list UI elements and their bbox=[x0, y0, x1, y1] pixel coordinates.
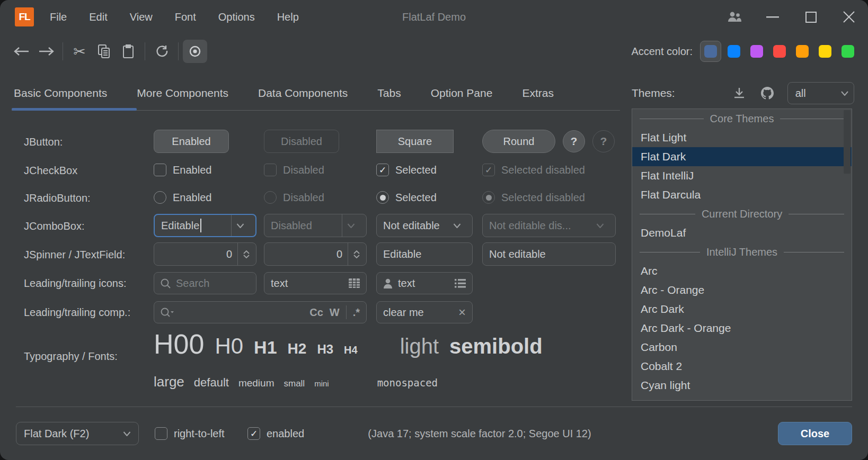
menu-options[interactable]: Options bbox=[211, 8, 262, 26]
theme-item-demolaf[interactable]: DemoLaf bbox=[632, 223, 852, 242]
tab-tabs[interactable]: Tabs bbox=[375, 87, 403, 100]
accent-swatch-yellow[interactable] bbox=[819, 45, 831, 58]
accent-swatch-orange[interactable] bbox=[796, 45, 809, 58]
help-button[interactable]: ? bbox=[563, 130, 585, 152]
show-hover-icon[interactable] bbox=[183, 40, 207, 63]
checkbox-selected-label: Selected bbox=[395, 164, 437, 176]
tab-data-components[interactable]: Data Components bbox=[256, 87, 350, 100]
search-field[interactable]: Search bbox=[154, 272, 256, 294]
text-field-table[interactable]: text bbox=[264, 272, 367, 294]
menu-view[interactable]: View bbox=[122, 8, 160, 26]
menu-file[interactable]: File bbox=[42, 8, 74, 26]
laf-combobox[interactable]: Flat Dark (F2) bbox=[16, 422, 139, 445]
theme-item-dark-flat[interactable]: Dark Flat bbox=[632, 395, 852, 401]
textfield-editable-value[interactable]: Editable bbox=[383, 248, 421, 260]
table-icon[interactable] bbox=[349, 278, 360, 288]
paste-icon[interactable] bbox=[116, 40, 140, 63]
github-icon[interactable] bbox=[760, 86, 775, 101]
field-separator bbox=[346, 305, 347, 319]
back-icon[interactable] bbox=[10, 40, 34, 63]
theme-item-flat-light[interactable]: Flat Light bbox=[632, 128, 852, 147]
h00-sample: H00 bbox=[154, 328, 204, 360]
theme-item-arc-orange[interactable]: Arc - Orange bbox=[632, 281, 852, 300]
combobox-not-editable-disabled: Not editable dis... bbox=[482, 214, 616, 237]
checkbox-enabled[interactable] bbox=[154, 164, 166, 176]
spinner-1-value[interactable]: 0 bbox=[226, 248, 232, 260]
list-icon[interactable] bbox=[455, 279, 466, 288]
spinner-2[interactable]: 0 bbox=[264, 242, 367, 266]
regex-icon[interactable]: .* bbox=[353, 306, 360, 319]
combobox-editable[interactable]: Editable bbox=[154, 214, 256, 237]
theme-item-cyan-light[interactable]: Cyan light bbox=[632, 376, 852, 395]
menu-edit[interactable]: Edit bbox=[82, 8, 114, 26]
download-icon[interactable] bbox=[733, 87, 745, 99]
cut-icon[interactable]: ✂ bbox=[67, 40, 92, 63]
rtl-checkbox-group[interactable]: right-to-left bbox=[155, 427, 225, 440]
combobox-not-editable[interactable]: Not editable bbox=[376, 214, 473, 237]
accent-swatch[interactable] bbox=[704, 45, 717, 58]
menu-help[interactable]: Help bbox=[270, 8, 306, 26]
spinner-arrows-icon[interactable] bbox=[237, 243, 250, 265]
accent-swatch-purple[interactable] bbox=[750, 45, 763, 58]
tab-more-components[interactable]: More Components bbox=[135, 87, 231, 100]
square-button[interactable]: Square bbox=[376, 130, 454, 153]
titlebar: FL File Edit View Font Options Help Flat… bbox=[0, 0, 868, 34]
refresh-icon[interactable] bbox=[149, 40, 174, 63]
close-button[interactable]: Close bbox=[778, 422, 852, 445]
round-button[interactable]: Round bbox=[482, 130, 555, 153]
leading-trailing-icons-row: Leading/trailing icons: Search text text bbox=[0, 272, 624, 294]
clearable-field[interactable]: clear me × bbox=[376, 301, 473, 323]
tab-extras[interactable]: Extras bbox=[520, 87, 556, 100]
accent-swatch-green[interactable] bbox=[842, 45, 854, 58]
enabled-button[interactable]: Enabled bbox=[154, 130, 229, 153]
whole-word-icon[interactable]: W bbox=[330, 306, 340, 319]
rtl-checkbox[interactable] bbox=[155, 427, 167, 440]
minimize-button[interactable] bbox=[754, 0, 792, 34]
text-field-user[interactable]: text bbox=[376, 272, 473, 294]
textfield-editable[interactable]: Editable bbox=[376, 242, 473, 266]
accent-swatch-blue[interactable] bbox=[728, 45, 740, 58]
combobox-editable-value[interactable]: Editable bbox=[161, 220, 199, 232]
leading-trailing-comp-row: Leading/trailing comp.: Cc W .* clear me… bbox=[0, 301, 624, 323]
theme-item-arc-dark-orange[interactable]: Arc Dark - Orange bbox=[632, 319, 852, 338]
themes-scrollbar-thumb[interactable] bbox=[844, 110, 851, 174]
jspinner-row: JSpinner / JTextField: 0 0 Editable Not … bbox=[0, 242, 624, 267]
search-dropdown-icon[interactable] bbox=[161, 308, 174, 318]
menu-font[interactable]: Font bbox=[167, 8, 203, 26]
theme-item-cobalt-2[interactable]: Cobalt 2 bbox=[632, 357, 852, 376]
spinner-1[interactable]: 0 bbox=[154, 242, 256, 266]
accent-swatch-default-selected[interactable] bbox=[700, 41, 721, 62]
spinner-2-value[interactable]: 0 bbox=[336, 248, 342, 260]
close-window-button[interactable] bbox=[830, 0, 868, 34]
tab-option-pane[interactable]: Option Pane bbox=[429, 87, 495, 100]
enabled-checkbox-group[interactable]: ✓ enabled bbox=[247, 427, 304, 440]
accent-swatch-red[interactable] bbox=[773, 45, 786, 58]
radio-enabled[interactable] bbox=[154, 191, 166, 204]
flatlaf-demo-window: FL File Edit View Font Options Help Flat… bbox=[0, 0, 868, 460]
theme-item-flat-dark[interactable]: Flat Dark bbox=[632, 147, 852, 166]
enabled-checkbox[interactable]: ✓ bbox=[247, 427, 260, 440]
search-with-options-field[interactable]: Cc W .* bbox=[154, 301, 367, 323]
forward-icon[interactable] bbox=[34, 40, 58, 63]
jbutton-row: JButton: Enabled Disabled Square Round ?… bbox=[0, 130, 624, 154]
theme-item-arc-dark[interactable]: Arc Dark bbox=[632, 300, 852, 319]
theme-item-flat-intellij[interactable]: Flat IntelliJ bbox=[632, 166, 852, 185]
tab-basic-components[interactable]: Basic Components bbox=[12, 87, 109, 100]
copy-icon[interactable] bbox=[92, 40, 116, 63]
clear-icon[interactable]: × bbox=[458, 306, 466, 319]
maximize-button[interactable] bbox=[792, 0, 830, 34]
match-case-icon[interactable]: Cc bbox=[309, 306, 323, 319]
radio-selected-disabled bbox=[482, 191, 495, 204]
spinner-arrows-icon[interactable] bbox=[348, 243, 360, 265]
checkbox-selected[interactable]: ✓ bbox=[376, 164, 389, 176]
theme-item-carbon[interactable]: Carbon bbox=[632, 338, 852, 357]
app-logo: FL bbox=[15, 7, 34, 26]
text-field-table-value[interactable]: text bbox=[271, 277, 288, 290]
users-icon[interactable] bbox=[715, 0, 754, 34]
themes-filter-combobox[interactable]: all bbox=[787, 82, 854, 104]
theme-item-flat-darcula[interactable]: Flat Darcula bbox=[632, 185, 852, 204]
radio-selected[interactable] bbox=[376, 191, 389, 204]
text-field-user-value[interactable]: text bbox=[398, 277, 415, 290]
theme-item-arc[interactable]: Arc bbox=[632, 261, 852, 281]
clearable-field-value[interactable]: clear me bbox=[383, 306, 424, 319]
